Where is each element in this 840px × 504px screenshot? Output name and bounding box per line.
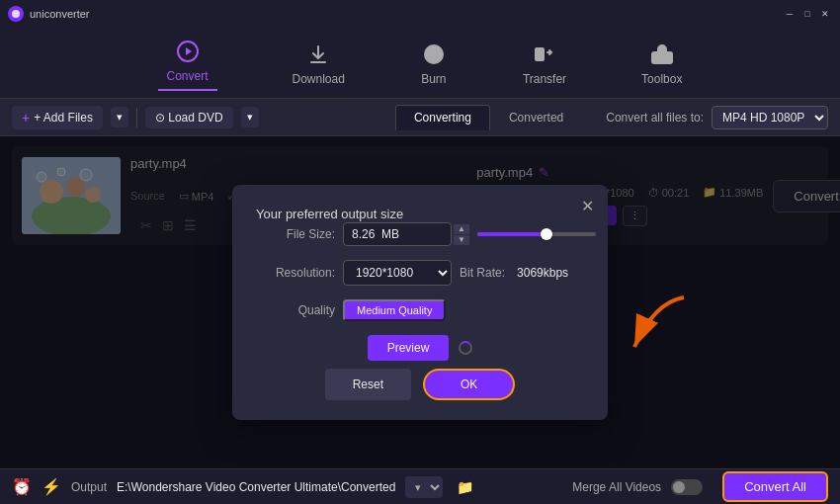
quality-label: Quality [256, 303, 335, 317]
size-spin-down[interactable]: ▼ [454, 235, 469, 245]
minimize-button[interactable]: ─ [783, 7, 797, 21]
tab-group: Converting Converted [395, 105, 582, 130]
output-size-modal: Your preferred output size ✕ File Size: … [232, 185, 608, 420]
ok-button[interactable]: OK [423, 369, 515, 400]
convert-all-button[interactable]: Convert All [722, 471, 828, 502]
status-bar: ⏰ ⚡ Output E:\Wondershare Video Converte… [0, 468, 840, 504]
output-path-select[interactable]: ▾ [405, 476, 443, 498]
modal-overlay: Your preferred output size ✕ File Size: … [0, 136, 840, 468]
format-select[interactable]: MP4 HD 1080P [712, 106, 828, 129]
nav-download-label: Download [293, 72, 345, 86]
toolbox-nav-icon [648, 41, 676, 68]
nav-burn[interactable]: Burn [412, 37, 456, 90]
quality-badge[interactable]: Medium Quality [343, 299, 446, 321]
resolution-row: Resolution: 1920*1080 Bit Rate: 3069kbps [256, 260, 584, 286]
nav-transfer[interactable]: Transfer [515, 37, 574, 90]
tab-converting[interactable]: Converting [395, 105, 490, 130]
window-controls[interactable]: ─ □ ✕ [783, 7, 832, 21]
convert-nav-icon [174, 38, 202, 65]
toolbar: + + Add Files ▾ ⊙ Load DVD ▾ Converting … [0, 99, 840, 136]
toolbar-separator [136, 108, 137, 127]
quality-row: Quality Medium Quality [256, 299, 584, 321]
nav-bar: Convert Download Burn Transfer [0, 28, 840, 99]
size-spin-up[interactable]: ▲ [454, 224, 469, 234]
convert-all-label: Convert all files to: [606, 111, 704, 125]
add-files-dropdown[interactable]: ▾ [111, 107, 128, 127]
arrow-annotation [615, 293, 694, 366]
load-dvd-dropdown[interactable]: ▾ [241, 107, 259, 127]
burn-nav-icon [420, 41, 448, 68]
nav-burn-label: Burn [421, 72, 446, 86]
download-nav-icon [304, 41, 332, 68]
svg-point-0 [12, 10, 20, 18]
size-slider[interactable] [477, 232, 596, 236]
title-bar: uniconverter ─ □ ✕ [0, 0, 840, 28]
nav-download[interactable]: Download [285, 37, 353, 90]
merge-label: Merge All Videos [572, 480, 661, 494]
merge-toggle[interactable] [671, 479, 703, 495]
file-size-label: File Size: [256, 227, 335, 241]
svg-marker-2 [186, 47, 192, 55]
lightning-icon[interactable]: ⚡ [42, 477, 61, 496]
bitrate-label: Bit Rate: [460, 266, 505, 280]
svg-rect-5 [536, 48, 544, 60]
size-slider-fill [477, 232, 543, 236]
transfer-nav-icon [531, 41, 558, 68]
nav-convert[interactable]: Convert [150, 34, 225, 93]
output-folder-icon[interactable]: 📁 [457, 479, 473, 495]
close-button[interactable]: ✕ [818, 7, 832, 21]
file-size-input[interactable] [343, 222, 452, 246]
svg-rect-6 [652, 52, 672, 63]
tab-converted[interactable]: Converted [490, 105, 582, 130]
output-path: E:\Wondershare Video Converter Ultimate\… [117, 480, 395, 494]
resolution-label: Resolution: [256, 266, 335, 280]
size-slider-thumb[interactable] [541, 228, 552, 240]
file-size-row: File Size: ▲ ▼ [256, 222, 584, 246]
reset-button[interactable]: Reset [325, 369, 411, 400]
file-size-spinner[interactable]: ▲ ▼ [454, 224, 469, 245]
preview-row: Preview [256, 335, 584, 361]
app-title: uniconverter [30, 8, 90, 20]
resolution-select[interactable]: 1920*1080 [343, 260, 452, 286]
clock-icon[interactable]: ⏰ [12, 477, 32, 496]
main-content: party.mp4 Source ▭ MP4 ⤢ 3840*2160 ⏱ 00:… [0, 136, 840, 468]
modal-close-button[interactable]: ✕ [581, 197, 594, 215]
title-bar-left: uniconverter [8, 6, 90, 22]
modal-title: Your preferred output size [256, 207, 403, 221]
add-files-button[interactable]: + + Add Files [12, 106, 103, 129]
output-label: Output [71, 480, 107, 494]
load-dvd-button[interactable]: ⊙ Load DVD [145, 107, 233, 128]
app-logo [8, 6, 24, 22]
size-slider-container[interactable] [477, 232, 596, 236]
modal-action-buttons: Reset OK [256, 369, 584, 400]
preview-spinner [459, 341, 472, 355]
nav-convert-label: Convert [166, 69, 208, 83]
bitrate-value: 3069kbps [517, 266, 568, 280]
nav-active-underline [158, 89, 217, 91]
file-size-input-group: ▲ ▼ [343, 222, 469, 246]
nav-toolbox-label: Toolbox [641, 72, 682, 86]
nav-toolbox[interactable]: Toolbox [633, 37, 690, 90]
maximize-button[interactable]: □ [800, 7, 814, 21]
nav-transfer-label: Transfer [523, 72, 566, 86]
preview-button[interactable]: Preview [368, 335, 450, 361]
svg-point-4 [431, 51, 437, 57]
